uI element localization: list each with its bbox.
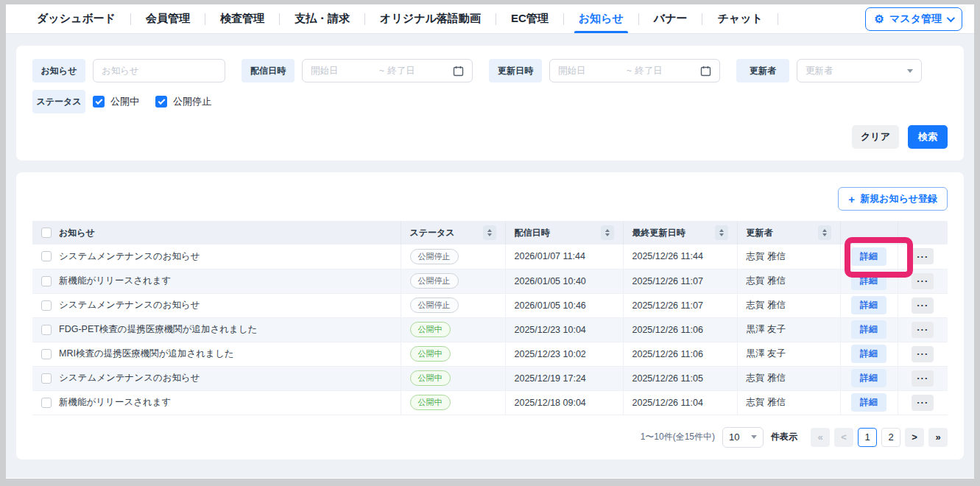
more-actions-button[interactable]: ··· — [912, 322, 934, 338]
nav-tab-members[interactable]: 会員管理 — [131, 4, 205, 33]
notice-search-input[interactable]: お知らせ — [93, 59, 225, 82]
table-toolbar: + 新規お知らせ登録 — [32, 187, 948, 211]
detail-button[interactable]: 詳細 — [851, 345, 886, 363]
master-management-label: マスタ管理 — [889, 13, 942, 26]
row-checkbox[interactable] — [41, 325, 52, 335]
detail-button[interactable]: 詳細 — [851, 296, 886, 314]
detail-button[interactable]: 詳細 — [851, 272, 886, 290]
nav-tab-billing[interactable]: 支払・請求 — [280, 4, 364, 33]
detail-button[interactable]: 詳細 — [851, 369, 886, 387]
detail-button[interactable]: 詳細 — [851, 393, 886, 412]
row-checkbox[interactable] — [41, 349, 52, 359]
row-checkbox[interactable] — [41, 276, 52, 286]
more-actions-button[interactable]: ··· — [912, 395, 934, 411]
delivery-date-range-input[interactable]: 開始日 ~終了日 — [302, 59, 473, 82]
chevron-down-icon — [947, 13, 955, 21]
row-checkbox[interactable] — [41, 373, 52, 384]
page-size-select[interactable]: 10 — [722, 427, 764, 448]
sort-icon[interactable] — [715, 225, 728, 240]
ellipsis-icon: ··· — [917, 373, 928, 384]
table-row: FDG-PET検査の提携医療機関が追加されました 公開中 2025/12/23 … — [32, 317, 948, 342]
nav-tab-ec[interactable]: EC管理 — [496, 4, 563, 33]
checked-checkbox — [93, 96, 105, 108]
delivered-at: 2025/12/19 17:24 — [505, 366, 623, 390]
nav-tab-inspection[interactable]: 検査管理 — [205, 4, 279, 33]
status-stopped-checkbox[interactable]: 公開停止 — [155, 95, 211, 108]
gear-icon: ⚙ — [875, 13, 884, 24]
delivered-at: 2026/01/05 10:46 — [505, 293, 623, 317]
clear-button[interactable]: クリア — [852, 125, 899, 149]
master-management-button[interactable]: ⚙ マスタ管理 — [865, 7, 962, 31]
sort-icon[interactable] — [818, 225, 831, 240]
page-content: お知らせ お知らせ 配信日時 開始日 ~終了日 更新日時 — [6, 34, 974, 478]
sort-icon[interactable] — [601, 225, 614, 240]
updater-name: 志賀 雅信 — [737, 244, 840, 269]
nav-tab-label: 会員管理 — [146, 12, 190, 26]
calendar-icon[interactable] — [700, 66, 711, 77]
status-open-label: 公開中 — [110, 95, 139, 108]
more-actions-button[interactable]: ··· — [912, 273, 934, 289]
page-button-2[interactable]: 2 — [881, 428, 900, 447]
select-all-checkbox[interactable] — [41, 228, 52, 238]
search-button[interactable]: 検索 — [908, 125, 948, 149]
status-open-checkbox[interactable]: 公開中 — [93, 95, 139, 108]
check-icon — [95, 97, 102, 105]
row-checkbox[interactable] — [41, 251, 52, 261]
status-badge: 公開中 — [410, 346, 451, 362]
row-checkbox[interactable] — [41, 398, 52, 408]
select-caret-icon — [751, 435, 757, 439]
nav-tab-notices[interactable]: お知らせ — [564, 4, 638, 33]
add-notice-button[interactable]: + 新規お知らせ登録 — [838, 187, 948, 211]
more-actions-button[interactable]: ··· — [912, 248, 934, 264]
nav-tab-chat[interactable]: チャット — [702, 4, 777, 33]
updated-date-range-input[interactable]: 開始日 ~終了日 — [549, 59, 720, 82]
delivery-date-filter-label: 配信日時 — [242, 59, 295, 82]
prev-page-button[interactable]: < — [834, 428, 853, 447]
first-page-button[interactable]: « — [811, 428, 830, 447]
page-button-1[interactable]: 1 — [858, 428, 877, 447]
ellipsis-icon: ··· — [917, 324, 928, 335]
status-badge: 公開中 — [410, 370, 451, 386]
updater-placeholder: 更新者 — [805, 65, 833, 77]
sort-icon[interactable] — [483, 225, 496, 240]
add-notice-label: 新規お知らせ登録 — [860, 192, 937, 205]
table-row: システムメンテナンスのお知らせ 公開停止 2026/01/07 11:44 20… — [32, 244, 948, 269]
checked-checkbox — [155, 96, 167, 108]
check-icon — [158, 97, 165, 105]
updated-at: 2025/12/26 11:06 — [623, 317, 737, 342]
date-separator: ~ — [627, 66, 632, 76]
calendar-icon[interactable] — [453, 66, 464, 77]
delivered-at: 2025/12/23 10:04 — [505, 317, 623, 342]
status-badge: 公開停止 — [410, 249, 459, 264]
pagination-buttons: « < 1 2 > » — [811, 428, 948, 447]
more-actions-button[interactable]: ··· — [912, 297, 934, 314]
nav-tab-label: 検査管理 — [220, 12, 264, 26]
next-page-button[interactable]: > — [905, 428, 924, 447]
detail-button[interactable]: 詳細 — [851, 247, 886, 266]
select-caret-icon — [907, 69, 913, 73]
status-badge: 公開中 — [410, 395, 451, 410]
table-row: システムメンテナンスのお知らせ 公開停止 2026/01/05 10:46 20… — [32, 293, 948, 317]
end-date-placeholder: 終了日 — [635, 66, 663, 76]
updater-select[interactable]: 更新者 — [797, 59, 922, 82]
last-page-button[interactable]: » — [928, 428, 948, 447]
column-delivered: 配信日時 — [515, 227, 550, 239]
nav-tabs: ダッシュボード 会員管理 検査管理 支払・請求 オリジナル落語動画 EC管理 お… — [22, 4, 865, 33]
start-date-placeholder: 開始日 — [558, 65, 586, 77]
status-checkboxes: 公開中 公開停止 — [93, 95, 211, 108]
updated-at: 2025/12/26 11:07 — [623, 293, 737, 317]
date-separator: ~ — [379, 66, 384, 76]
row-checkbox[interactable] — [41, 300, 52, 311]
more-actions-button[interactable]: ··· — [912, 370, 934, 387]
nav-tab-videos[interactable]: オリジナル落語動画 — [365, 4, 496, 33]
detail-button[interactable]: 詳細 — [851, 320, 886, 339]
more-actions-button[interactable]: ··· — [912, 346, 934, 362]
filter-row-2: ステータス 公開中 公開停止 — [32, 90, 948, 113]
top-navbar: ダッシュボード 会員管理 検査管理 支払・請求 オリジナル落語動画 EC管理 お… — [6, 4, 974, 34]
filter-row-1: お知らせ お知らせ 配信日時 開始日 ~終了日 更新日時 — [32, 59, 948, 82]
status-badge: 公開停止 — [410, 297, 459, 313]
nav-tab-banner[interactable]: バナー — [639, 4, 702, 33]
nav-tab-label: 支払・請求 — [295, 12, 350, 26]
status-badge: 公開停止 — [410, 273, 459, 289]
nav-tab-dashboard[interactable]: ダッシュボード — [22, 4, 130, 33]
